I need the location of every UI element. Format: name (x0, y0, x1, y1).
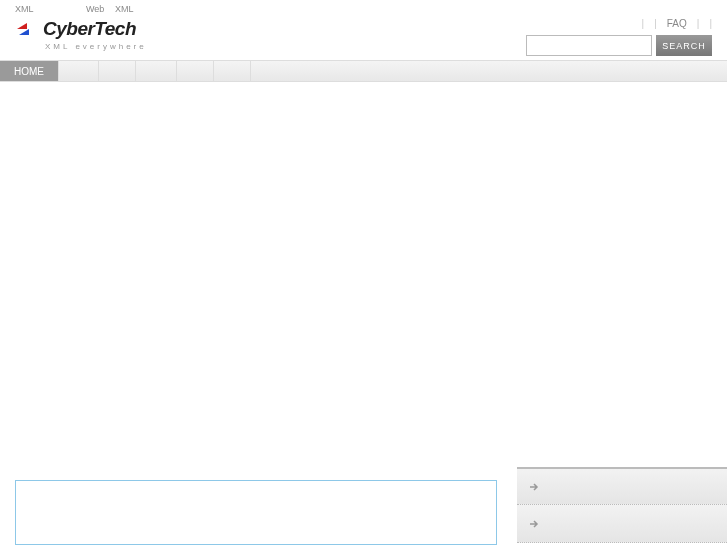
logo-icon (15, 21, 39, 37)
link-separator: | (642, 18, 645, 29)
arrow-right-icon (527, 517, 541, 531)
link-separator: | (654, 18, 657, 29)
link-separator: | (697, 18, 700, 29)
meta-xml2: XML (115, 4, 134, 14)
content-panel (15, 480, 497, 545)
logo-area[interactable]: CyberTech XML everywhere (15, 18, 147, 51)
nav-item-3[interactable] (99, 61, 136, 81)
top-meta-text: XML Web XML (0, 0, 727, 18)
nav-item-4[interactable] (136, 61, 176, 81)
meta-xml: XML (15, 4, 34, 14)
nav-item-6[interactable] (214, 61, 251, 81)
search-area: SEARCH (526, 35, 712, 56)
faq-link[interactable]: FAQ (667, 18, 687, 29)
logo: CyberTech (15, 18, 147, 40)
main-nav: HOME (0, 60, 727, 82)
link-separator: | (709, 18, 712, 29)
header-right: | | FAQ | | SEARCH (526, 18, 712, 56)
meta-web: Web (86, 4, 104, 14)
nav-item-5[interactable] (177, 61, 214, 81)
nav-item-2[interactable] (59, 61, 99, 81)
top-links: | | FAQ | | (642, 18, 712, 29)
nav-home[interactable]: HOME (0, 61, 59, 81)
main-content (0, 82, 727, 545)
search-input[interactable] (526, 35, 652, 56)
arrow-right-icon (527, 480, 541, 494)
header: CyberTech XML everywhere | | FAQ | | SEA… (0, 18, 727, 60)
search-button[interactable]: SEARCH (656, 35, 712, 56)
sidebar-item-1[interactable] (517, 467, 727, 505)
logo-tagline: XML everywhere (45, 42, 147, 51)
sidebar-item-2[interactable] (517, 505, 727, 543)
logo-text: CyberTech (43, 18, 136, 40)
sidebar (517, 467, 727, 543)
